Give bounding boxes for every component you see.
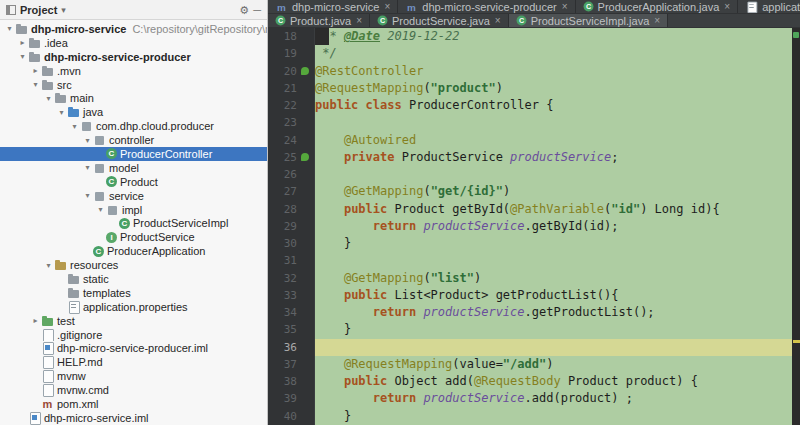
tree-item-label: controller (109, 134, 154, 146)
code-line-text[interactable]: @RequestMapping(value="/add") (315, 356, 792, 373)
tree-item-dhp-micro-service-producer-iml[interactable]: dhp-micro-service-producer.iml (0, 341, 267, 355)
tree-item-producerapplication[interactable]: CProducerApplication (0, 244, 267, 258)
tree-item-src[interactable]: ▾src (0, 78, 267, 92)
code-line-text[interactable]: @GetMapping("list") (315, 270, 792, 287)
file-icon (41, 356, 54, 368)
tree-item-test[interactable]: ▸test (0, 314, 267, 328)
settings-gear-icon[interactable]: ⚙ (239, 5, 249, 15)
tree-item-impl[interactable]: ▾impl (0, 203, 267, 217)
code-line-text[interactable]: public Product getById(@PathVariable("id… (315, 201, 792, 218)
tree-item-dhp-micro-service-iml[interactable]: dhp-micro-service.iml (0, 411, 267, 425)
expanded-arrow-icon[interactable]: ▾ (82, 136, 93, 145)
folder-icon (41, 79, 54, 91)
tree-item-resources[interactable]: ▾resources (0, 258, 267, 272)
tab-producerapplication-java[interactable]: CProducerApplication.java× (576, 0, 739, 13)
expanded-arrow-icon[interactable]: ▾ (82, 163, 93, 172)
expanded-arrow-icon[interactable]: ▾ (69, 122, 80, 131)
code-line-text[interactable]: private ProductService productService; (315, 149, 792, 166)
expanded-arrow-icon[interactable]: ▾ (43, 94, 54, 103)
code-line-text[interactable]: @Autowired (315, 132, 792, 149)
close-tab-icon[interactable]: × (384, 1, 390, 12)
collapsed-arrow-icon[interactable]: ▸ (30, 66, 41, 75)
close-tab-icon[interactable]: × (495, 15, 501, 26)
tree-item-main[interactable]: ▾main (0, 91, 267, 105)
collapsed-arrow-icon[interactable]: ▸ (17, 38, 28, 47)
tab-application-properties[interactable]: application.properties× (738, 0, 800, 13)
expanded-arrow-icon[interactable]: ▾ (43, 261, 54, 270)
tree-item-static[interactable]: static (0, 272, 267, 286)
expanded-arrow-icon[interactable]: ▾ (17, 52, 28, 61)
code-line-text[interactable]: public List<Product> getProductList(){ (315, 287, 792, 304)
tab-productserviceimpl-java[interactable]: CProductServiceImpl.java× (509, 14, 668, 27)
code-line-35: 35 } (268, 321, 792, 338)
tree-item-producercontroller[interactable]: CProducerController (0, 147, 267, 161)
code-line-text[interactable]: public Object add(@RequestBody Product p… (315, 373, 792, 390)
code-line-text[interactable]: @GetMapping("get/{id}") (315, 183, 792, 200)
spring-bean-gutter-icon[interactable] (297, 63, 314, 80)
tab-dhp-micro-service-producer[interactable]: mdhp-micro-service-producer× (398, 0, 575, 13)
code-line-text[interactable]: public class ProducerController { (315, 97, 792, 114)
expanded-arrow-icon[interactable]: ▾ (56, 108, 67, 117)
gutter: 37 (268, 356, 315, 373)
tab-dhp-micro-service[interactable]: mdhp-micro-service× (268, 0, 398, 13)
code-line-text[interactable] (315, 166, 792, 183)
code-line-text[interactable] (315, 252, 792, 269)
editor-tab-row-2: CProduct.java×CProductService.java×CProd… (268, 14, 800, 28)
chevron-down-icon[interactable]: ▾ (61, 5, 66, 15)
tree-item-idea[interactable]: ▸.idea (0, 36, 267, 50)
code-line-38: 38 public Object add(@RequestBody Produc… (268, 373, 792, 390)
tree-item-dhp-micro-service[interactable]: ▾dhp-micro-serviceC:\repository\gitRepos… (0, 22, 267, 36)
tree-item-com-dhp-cloud-producer[interactable]: ▾com.dhp.cloud.producer (0, 119, 267, 133)
tree-item-mvn[interactable]: ▸.mvn (0, 64, 267, 78)
code-line-text[interactable]: return productService.getById(id); (315, 218, 792, 235)
code-token: "id" (611, 202, 640, 216)
code-line-text[interactable]: @RestController (315, 63, 792, 80)
tree-item-productservice[interactable]: IProductService (0, 230, 267, 244)
tree-item-model[interactable]: ▾model (0, 161, 267, 175)
expanded-arrow-icon[interactable]: ▾ (95, 205, 106, 214)
collapsed-arrow-icon[interactable]: ▸ (30, 316, 41, 325)
tree-item-mvnw-cmd[interactable]: mvnw.cmd (0, 383, 267, 397)
tree-item-dhp-micro-service-producer[interactable]: ▾dhp-micro-service-producer (0, 50, 267, 64)
code-line-text[interactable] (315, 114, 792, 131)
tree-item-java[interactable]: ▾java (0, 105, 267, 119)
editor-scrollbar[interactable] (792, 28, 800, 425)
close-tab-icon[interactable]: × (562, 1, 568, 12)
tree-item-label: static (83, 273, 109, 285)
file-iml-icon (28, 412, 41, 424)
tab-product-java[interactable]: CProduct.java× (268, 14, 370, 27)
tree-item-product[interactable]: CProduct (0, 175, 267, 189)
tree-item-templates[interactable]: templates (0, 286, 267, 300)
tree-item-controller[interactable]: ▾controller (0, 133, 267, 147)
code-line-text[interactable]: @RequestMapping("product") (315, 80, 792, 97)
close-tab-icon[interactable]: × (654, 15, 660, 26)
close-tab-icon[interactable]: × (356, 15, 362, 26)
close-tab-icon[interactable]: × (724, 1, 730, 12)
folder-icon (54, 92, 67, 104)
hide-panel-icon[interactable]: ─ (253, 5, 261, 15)
tree-item-application-properties[interactable]: application.properties (0, 300, 267, 314)
tree-item-gitignore[interactable]: .gitignore (0, 328, 267, 342)
tree-item-service[interactable]: ▾service (0, 189, 267, 203)
expanded-arrow-icon[interactable]: ▾ (30, 80, 41, 89)
code-line-text[interactable]: } (315, 408, 792, 425)
inspection-indicator-icon[interactable] (793, 32, 799, 38)
line-number: 23 (268, 114, 297, 131)
tree-item-help-md[interactable]: HELP.md (0, 355, 267, 369)
expanded-arrow-icon[interactable]: ▾ (82, 191, 93, 200)
code-line-text[interactable]: } (315, 321, 792, 338)
tree-item-mvnw[interactable]: mvnw (0, 369, 267, 383)
tree-item-pom-xml[interactable]: mpom.xml (0, 397, 267, 411)
spring-bean-gutter-icon[interactable] (297, 149, 314, 166)
tab-productservice-java[interactable]: CProductService.java× (370, 14, 509, 27)
code-line-text[interactable]: return productService.getProductList(); (315, 304, 792, 321)
expanded-arrow-icon[interactable]: ▾ (4, 24, 15, 33)
tree-item-productserviceimpl[interactable]: CProductServiceImpl (0, 216, 267, 230)
code-line-text[interactable]: * @Date 2019-12-22 (315, 28, 792, 45)
code-line-text[interactable] (315, 339, 792, 356)
code-line-text[interactable]: */ (315, 45, 792, 62)
code-line-text[interactable]: return productService.add(product) ; (315, 390, 792, 407)
code-line-text[interactable]: } (315, 235, 792, 252)
folder-test-icon (41, 315, 54, 327)
warning-stripe-mark[interactable] (793, 340, 800, 343)
